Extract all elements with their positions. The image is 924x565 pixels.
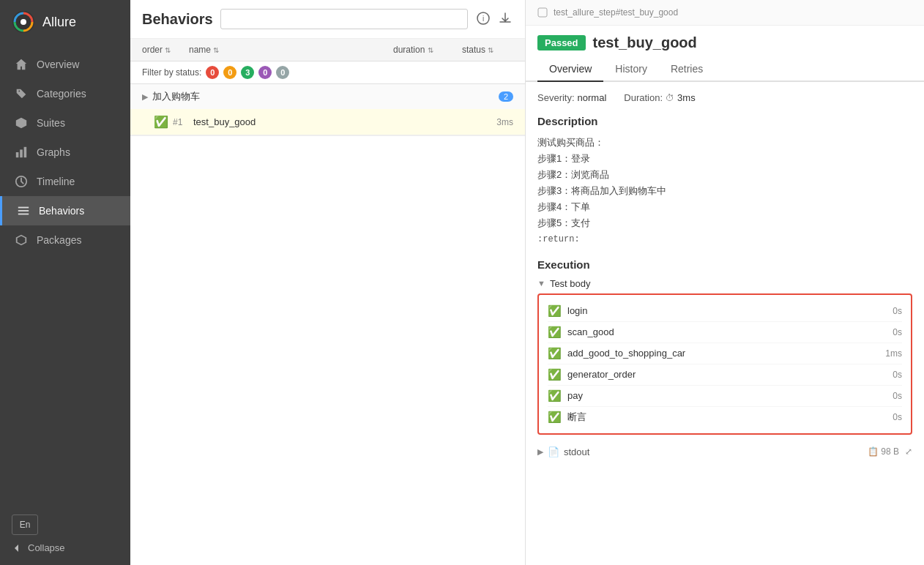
duration-value: 3ms (677, 92, 696, 103)
test-steps-box: ✅ login 0s ✅ scan_good 0s ✅ add_good_to_… (537, 293, 912, 435)
desc-line-0: 测试购买商品： (537, 135, 912, 151)
svg-rect-4 (24, 147, 27, 157)
sidebar-logo-text: Allure (42, 15, 76, 30)
filter-badge-green[interactable]: 3 (241, 66, 254, 79)
svg-rect-7 (18, 210, 29, 212)
test-row[interactable]: ✅ #1 test_buy_good 3ms (130, 109, 525, 135)
detail-meta: Severity: normal Duration: ⏱ 3ms (537, 92, 912, 103)
stdout-file-icon: 📄 (548, 446, 559, 457)
step-time: 0s (893, 370, 902, 380)
layers-icon (15, 116, 28, 130)
svg-rect-2 (16, 152, 19, 157)
sidebar-item-packages-label: Packages (37, 234, 81, 246)
tab-history[interactable]: History (603, 57, 659, 82)
sidebar-item-suites-label: Suites (37, 117, 65, 129)
tab-retries[interactable]: Retries (659, 57, 715, 82)
language-button[interactable]: En (12, 515, 38, 535)
desc-line-4: 步骤4：下单 (537, 199, 912, 215)
group-count: 2 (499, 91, 513, 102)
sidebar-navigation: Overview Categories Suites Graphs Timeli… (0, 44, 130, 503)
step-time: 0s (893, 391, 902, 401)
desc-line-5: 步骤5：支付 (537, 215, 912, 231)
sidebar-item-timeline-label: Timeline (37, 176, 75, 187)
group-name: 加入购物车 (152, 90, 499, 103)
sidebar-item-behaviors-label: Behaviors (39, 205, 84, 217)
allure-logo-icon (12, 10, 35, 34)
bar-chart-icon (15, 146, 28, 159)
link-icon (537, 7, 548, 18)
step-check-icon: ✅ (548, 411, 562, 424)
collapse-button[interactable]: Collapse (12, 542, 119, 553)
sidebar-item-categories-label: Categories (37, 88, 86, 100)
breadcrumb: test_allure_step#test_buy_good (554, 7, 678, 18)
collapse-label: Collapse (28, 542, 65, 553)
sidebar-item-timeline[interactable]: Timeline (0, 167, 130, 196)
step-name: pay (567, 390, 893, 401)
stdout-file-size: 📋 98 B (868, 446, 899, 457)
filter-badge-red[interactable]: 0 (206, 66, 219, 79)
download-icon (499, 12, 512, 25)
desc-line-1: 步骤1：登录 (537, 151, 912, 167)
behaviors-title: Behaviors (142, 11, 213, 28)
sidebar-item-overview-label: Overview (37, 59, 79, 70)
description-text: 测试购买商品： 步骤1：登录 步骤2：浏览商品 步骤3：将商品加入到购物车中 步… (537, 135, 912, 247)
sidebar-item-packages[interactable]: Packages (0, 225, 130, 255)
step-name: add_good_to_shopping_car (567, 348, 885, 359)
filter-badge-gray[interactable]: 0 (276, 66, 289, 79)
sidebar-item-graphs-label: Graphs (37, 146, 70, 158)
stdout-row[interactable]: ▶ 📄 stdout 📋 98 B ⤢ (537, 442, 912, 462)
column-duration[interactable]: duration ⇅ (393, 45, 459, 55)
step-time: 0s (893, 412, 902, 422)
step-check-icon: ✅ (548, 304, 562, 318)
column-order[interactable]: order ⇅ (142, 45, 186, 55)
tag-icon (15, 87, 28, 100)
test-body-section: ▼ Test body ✅ login 0s ✅ scan_good 0s (537, 278, 912, 435)
group-expand-icon: ▶ (142, 92, 148, 102)
duration-label: Duration: (624, 92, 663, 103)
detail-header-bar: test_allure_step#test_buy_good (526, 0, 924, 26)
step-name: login (567, 305, 893, 316)
svg-rect-3 (20, 149, 23, 157)
column-status[interactable]: status ⇅ (462, 45, 513, 55)
svg-rect-6 (18, 207, 29, 209)
behaviors-header: Behaviors i (130, 0, 525, 39)
behaviors-search-input[interactable] (220, 9, 468, 29)
filter-label: Filter by status: (142, 67, 201, 78)
step-generator-order: ✅ generator_order 0s (548, 364, 902, 386)
info-button[interactable]: i (475, 10, 491, 29)
column-name[interactable]: name ⇅ (189, 45, 390, 55)
step-name: 断言 (567, 411, 893, 424)
tab-overview[interactable]: Overview (537, 57, 603, 82)
svg-point-1 (21, 19, 26, 25)
filter-badge-purple[interactable]: 0 (258, 66, 272, 79)
duration-clock-icon: ⏱ (666, 93, 674, 103)
sidebar-item-graphs[interactable]: Graphs (0, 138, 130, 167)
svg-rect-8 (18, 214, 29, 215)
test-body-header[interactable]: ▼ Test body (537, 278, 912, 289)
info-icon: i (477, 12, 490, 25)
test-name: test_buy_good (193, 116, 496, 127)
sidebar-item-categories[interactable]: Categories (0, 79, 130, 108)
filter-badge-orange[interactable]: 0 (223, 66, 236, 79)
severity-value: normal (578, 92, 607, 103)
sidebar-item-behaviors[interactable]: Behaviors (0, 196, 130, 225)
test-body-label: Test body (550, 278, 591, 289)
step-time: 0s (893, 327, 902, 337)
list-icon (17, 204, 30, 217)
stdout-expand-arrow: ▶ (537, 447, 543, 457)
file-icon: 📋 (868, 446, 879, 457)
svg-rect-11 (538, 8, 547, 17)
stdout-name: stdout (564, 446, 868, 457)
sidebar-item-overview[interactable]: Overview (0, 50, 130, 79)
test-duration: 3ms (496, 117, 513, 127)
download-button[interactable] (497, 10, 513, 29)
sidebar-item-suites[interactable]: Suites (0, 108, 130, 138)
step-check-icon: ✅ (548, 368, 562, 381)
test-number: #1 (173, 117, 193, 127)
group-header[interactable]: ▶ 加入购物车 2 (130, 84, 525, 109)
test-body-chevron: ▼ (537, 279, 545, 288)
sidebar-bottom: En Collapse (0, 503, 130, 565)
severity-label: Severity: (537, 92, 575, 103)
step-login: ✅ login 0s (548, 301, 902, 322)
filter-row: Filter by status: 0 0 3 0 0 (130, 61, 525, 84)
